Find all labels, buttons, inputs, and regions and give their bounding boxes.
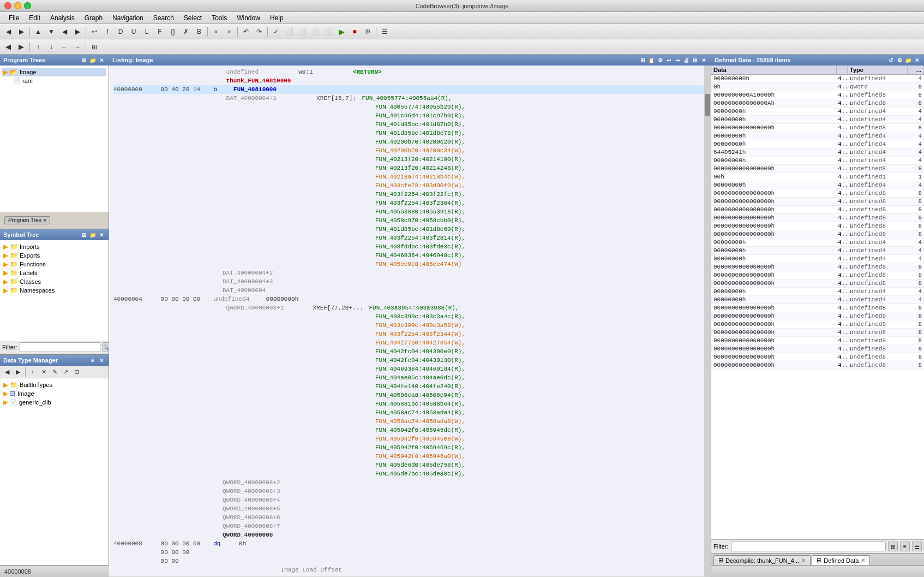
dtm-icon1[interactable]: ≡ [89, 356, 97, 364]
tb2-right[interactable]: → [71, 41, 83, 53]
tb2-up[interactable]: ↑ [32, 41, 44, 53]
st-functions[interactable]: ▶ 📁 Functions [2, 260, 106, 269]
dd-filter-btn2[interactable]: ≡ [900, 542, 910, 551]
dd-row[interactable]: 0000000000000000h 4... undefined8 8 [711, 279, 924, 288]
tb-stop[interactable]: ■ [349, 26, 361, 38]
dd-row[interactable]: 0000000000000000h 4... undefined8 8 [711, 165, 924, 173]
dd-row[interactable]: 00000000h 4... undefined4 4 [711, 132, 924, 140]
tb-decompile[interactable]: D [115, 26, 127, 38]
tb-run[interactable]: ▶ [335, 26, 347, 38]
tb2-down[interactable]: ↓ [45, 41, 57, 53]
tb2-forward[interactable]: ▶ [15, 41, 27, 53]
tb-img1[interactable]: ⬜ [283, 26, 295, 38]
menu-window[interactable]: Window [232, 13, 265, 23]
dd-filter-btn1[interactable]: ⊞ [888, 542, 898, 551]
tb-patch[interactable]: ✓ [270, 26, 282, 38]
dd-row[interactable]: 0000000000000000h 4... undefined8 8 [711, 124, 924, 132]
close-button[interactable] [4, 2, 11, 9]
tb2-back[interactable]: ◀ [2, 41, 14, 53]
dd-row[interactable]: 0000000000000000h 4... undefined8 8 [711, 189, 924, 198]
dd-filter-input[interactable] [731, 542, 886, 551]
dd-icon2[interactable]: ⚙ [896, 56, 903, 64]
dd-row[interactable]: 0000000000000000h 4... undefined8 8 [711, 222, 924, 230]
dd-row[interactable]: 0000000000000000h 4... undefined8 8 [711, 230, 924, 239]
dd-row[interactable]: 0000000000000000h 4... undefined8 8 [711, 263, 924, 271]
dd-row[interactable]: 00000000h 4... undefined4 4 [711, 239, 924, 247]
window-controls[interactable] [4, 2, 31, 9]
dtm-btn5[interactable]: ⊡ [71, 367, 81, 377]
dd-row[interactable]: 0000000000000000h 4... undefined8 8 [711, 198, 924, 206]
dd-close[interactable]: ✕ [913, 56, 921, 64]
menu-navigation[interactable]: Navigation [108, 13, 148, 23]
tb-left[interactable]: ◀ [58, 26, 70, 38]
listing-scrollbar-thumb[interactable] [705, 94, 710, 116]
dd-icon1[interactable]: ↺ [887, 56, 895, 64]
dtm-btn2[interactable]: ✕ [39, 367, 49, 377]
dtm-image[interactable]: ▶ 🖼 Image [2, 389, 106, 398]
tab-defined-data[interactable]: ⊞ Defined Data ✕ [812, 555, 870, 565]
pt-icon1[interactable]: ⊞ [80, 56, 88, 64]
dd-row[interactable]: 00000000h 4... undefined4 4 [711, 108, 924, 116]
lh-icon5[interactable]: ↪ [674, 56, 681, 64]
listing-scrollbar[interactable] [704, 66, 711, 576]
menu-help[interactable]: Help [266, 13, 288, 23]
dd-row[interactable]: 00000000h 4... undefined4 4 [711, 116, 924, 124]
menu-search[interactable]: Search [149, 13, 178, 23]
dd-row[interactable]: 0000000000000000h 4... undefined8 8 [711, 214, 924, 222]
tab-decompile-close[interactable]: ✕ [801, 557, 806, 563]
menu-graph[interactable]: Graph [80, 13, 107, 23]
dd-row[interactable]: 0000000000000000h 4... undefined8 8 [711, 206, 924, 214]
dd-row[interactable]: 000000000h 4... undefined4 4 [711, 75, 924, 83]
tb-next-bookmark[interactable]: » [223, 26, 235, 38]
menu-edit[interactable]: Edit [25, 13, 45, 23]
dd-row[interactable]: 0000000000000000h 4... undefined8 8 [711, 271, 924, 279]
tb2-misc2[interactable]: ⊞ [88, 41, 100, 53]
dd-row[interactable]: 00000000h 4... undefined4 4 [711, 255, 924, 263]
tb-step[interactable]: ⚙ [362, 26, 374, 38]
tb-img2[interactable]: ⬜ [296, 26, 308, 38]
tb-italic[interactable]: I [101, 26, 113, 38]
st-classes[interactable]: ▶ 📁 Classes [2, 277, 106, 286]
dd-row[interactable]: 0000000000000000h 4... undefined8 8 [711, 361, 924, 370]
st-close[interactable]: ✕ [98, 231, 105, 239]
st-labels[interactable]: ▶ 📁 Labels [2, 269, 106, 277]
dd-row[interactable]: 00000000h 4... undefined4 4 [711, 157, 924, 165]
dd-row[interactable]: 0000000000000000h 4... undefined8 8 [711, 337, 924, 345]
tb-b[interactable]: B [193, 26, 205, 38]
tb2-left[interactable]: ← [58, 41, 70, 53]
dd-content[interactable]: 000000000h 4... undefined4 4 0h 4... qwo… [711, 75, 924, 539]
lh-close[interactable]: ✕ [700, 56, 707, 64]
lh-icon2[interactable]: 📋 [647, 56, 655, 64]
dd-row[interactable]: 0000000000000000h 4... undefined8 8 [711, 353, 924, 361]
dtm-builtin[interactable]: ▶ 📁 BuiltInTypes [2, 380, 106, 389]
st-exports[interactable]: ▶ 📁 Exports [2, 251, 106, 260]
dd-row[interactable]: 0h 4... qword 8 [711, 83, 924, 91]
tb-down[interactable]: ▼ [45, 26, 57, 38]
dd-row[interactable]: 00000000h 4... undefined4 4 [711, 181, 924, 189]
st-icon2[interactable]: 📁 [89, 231, 97, 239]
tb-forward[interactable]: ▶ [15, 26, 27, 38]
dd-row[interactable]: 644D5241h 4... undefined4 4 [711, 148, 924, 157]
lh-icon6[interactable]: 🖨 [682, 56, 690, 64]
dtm-btn1[interactable]: + [28, 367, 38, 377]
dd-row[interactable]: 0000000000000000h 4... undefined8 8 [711, 329, 924, 337]
symbol-filter-input[interactable] [20, 342, 100, 352]
tb-img4[interactable]: ⬜ [322, 26, 334, 38]
tree-item-ram[interactable]: 📄 ram [2, 76, 106, 85]
pt-close[interactable]: ✕ [98, 56, 105, 64]
menu-tools[interactable]: Tools [207, 13, 231, 23]
dd-row[interactable]: 0000000000A10000h 4... undefined8 8 [711, 91, 924, 99]
dtm-generic[interactable]: ▶ 📄 generic_clib [2, 398, 106, 407]
dd-row[interactable]: 00000000h 4... undefined4 4 [711, 247, 924, 255]
lh-icon1[interactable]: ⊞ [639, 56, 646, 64]
tb-un[interactable]: U [128, 26, 140, 38]
dd-row[interactable]: 0000000000000000h 4... undefined8 8 [711, 345, 924, 353]
tb-img3[interactable]: ⬜ [309, 26, 321, 38]
tb-up[interactable]: ▲ [32, 26, 44, 38]
tb-ref[interactable]: {} [167, 26, 179, 38]
menu-analysis[interactable]: Analysis [46, 13, 79, 23]
dd-row[interactable]: 00000000h 4... undefined4 4 [711, 140, 924, 148]
tb-undo2[interactable]: ↶ [240, 26, 252, 38]
dtm-back[interactable]: ◀ [2, 367, 12, 377]
menu-select[interactable]: Select [179, 13, 206, 23]
